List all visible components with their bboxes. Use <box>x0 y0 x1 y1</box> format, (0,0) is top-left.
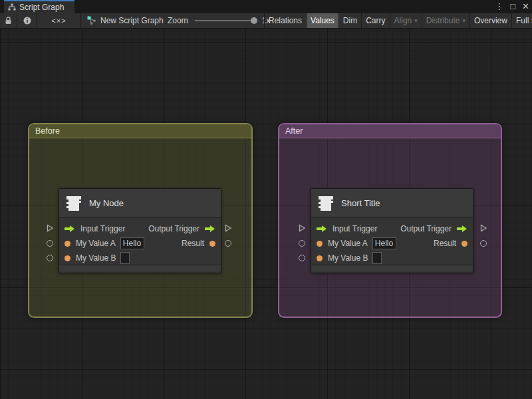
group-before-title: Before <box>35 126 60 136</box>
node-my-node-header[interactable]: My Node <box>59 189 221 218</box>
chevron-down-icon: ▾ <box>414 17 418 24</box>
tab-script-graph[interactable]: Script Graph <box>4 0 74 13</box>
group-after-header[interactable]: After <box>279 124 501 138</box>
flow-output-port-icon[interactable] <box>205 225 215 233</box>
node-title: My Node <box>89 198 124 208</box>
value-output-port-icon[interactable] <box>462 241 467 247</box>
node-my-node[interactable]: My Node Input Trigger Output Trigger <box>59 188 221 273</box>
node-body: Input Trigger Output Trigger My Value A <box>59 218 221 265</box>
graph-node-icon <box>87 16 96 25</box>
port-label: Result <box>434 239 456 248</box>
script-graph-window: Script Graph ⋮ □ ✕ <×> <box>0 0 532 399</box>
external-value-input-icon[interactable] <box>299 240 305 247</box>
unit-icon <box>65 195 82 212</box>
external-value-output-icon[interactable] <box>225 240 231 247</box>
zoom-slider-track <box>195 20 256 21</box>
distribute-button[interactable]: Distribute ▾ <box>422 13 469 28</box>
flow-input-port-icon[interactable] <box>317 225 327 233</box>
overview-label: Overview <box>474 16 507 25</box>
flow-input-port-icon[interactable] <box>65 225 75 233</box>
external-flow-output-icon[interactable] <box>479 224 487 232</box>
my-value-a-field[interactable] <box>120 237 144 249</box>
value-input-port-icon[interactable] <box>317 255 323 261</box>
node-footer <box>59 265 221 271</box>
external-flow-input-icon[interactable] <box>298 224 306 232</box>
port-label: My Value A <box>328 239 368 248</box>
port-label: My Value A <box>76 239 116 248</box>
port-label: Output Trigger <box>148 224 200 233</box>
maximize-button[interactable]: □ <box>510 0 515 13</box>
unit-icon <box>317 195 334 212</box>
zoom-control: Zoom 1x <box>168 13 270 28</box>
dim-button[interactable]: Dim <box>338 13 361 28</box>
zoom-label: Zoom <box>168 16 188 25</box>
node-title: Short Title <box>341 198 380 208</box>
external-value-input-icon[interactable] <box>47 255 53 261</box>
external-flow-input-icon[interactable] <box>46 224 54 232</box>
node-footer <box>311 265 473 271</box>
tab-bar: Script Graph ⋮ □ ✕ <box>0 0 532 13</box>
code-icon: <×> <box>51 17 66 25</box>
info-button[interactable] <box>17 13 37 28</box>
port-label: Output Trigger <box>400 224 452 233</box>
carry-button[interactable]: Carry <box>361 13 389 28</box>
distribute-label: Distribute <box>426 16 460 25</box>
values-button[interactable]: Values <box>306 13 338 28</box>
external-flow-output-icon[interactable] <box>224 224 232 232</box>
toolbar-toggles: Relations Values Dim Carry Align ▾ Distr… <box>264 13 532 28</box>
my-value-b-field[interactable] <box>120 252 130 264</box>
full-screen-button[interactable]: Full Screen <box>511 13 532 28</box>
close-button[interactable]: ✕ <box>522 0 529 13</box>
flow-output-port-icon[interactable] <box>457 225 467 233</box>
window-controls: ⋮ □ ✕ <box>495 0 529 13</box>
external-value-output-icon[interactable] <box>480 240 487 247</box>
overview-button[interactable]: Overview <box>469 13 511 28</box>
external-value-input-icon[interactable] <box>47 240 53 247</box>
window-menu-button[interactable]: ⋮ <box>495 0 503 13</box>
code-view-button[interactable]: <×> <box>37 13 81 28</box>
zoom-slider-knob[interactable] <box>251 17 257 24</box>
group-before-header[interactable]: Before <box>29 124 251 138</box>
port-label: My Value B <box>76 253 116 263</box>
my-value-b-field[interactable] <box>372 252 382 264</box>
port-label: Input Trigger <box>80 224 125 233</box>
tab-title: Script Graph <box>19 3 64 12</box>
value-input-port-icon[interactable] <box>65 255 70 261</box>
port-label: Input Trigger <box>332 224 377 233</box>
align-button[interactable]: Align ▾ <box>390 13 422 28</box>
graph-toolbar: <×> New Script Graph Zoom 1x Relations <box>0 13 532 29</box>
values-label: Values <box>311 16 334 25</box>
hierarchy-icon <box>8 3 16 11</box>
zoom-slider[interactable] <box>195 17 256 25</box>
relations-button[interactable]: Relations <box>264 13 306 28</box>
value-input-port-icon[interactable] <box>65 241 70 247</box>
node-body: Input Trigger Output Trigger My Value A <box>311 218 473 265</box>
external-value-input-icon[interactable] <box>299 255 305 261</box>
port-label: Result <box>182 239 204 248</box>
group-after-title: After <box>285 126 303 136</box>
new-script-graph-button[interactable]: New Script Graph <box>84 13 166 28</box>
chevron-down-icon: ▾ <box>462 17 466 24</box>
info-icon <box>23 17 31 25</box>
node-short-title[interactable]: Short Title Input Trigger Output Trigger <box>311 188 473 273</box>
value-output-port-icon[interactable] <box>209 241 215 247</box>
relations-label: Relations <box>269 16 302 25</box>
my-value-a-field[interactable] <box>372 237 396 249</box>
graph-canvas[interactable]: Before After My Node <box>0 29 532 399</box>
new-script-graph-label: New Script Graph <box>100 16 164 25</box>
dim-label: Dim <box>343 16 357 25</box>
align-label: Align <box>394 16 412 25</box>
port-label: My Value B <box>328 253 368 263</box>
node-short-title-header[interactable]: Short Title <box>311 189 473 218</box>
lock-icon <box>5 17 12 25</box>
value-input-port-icon[interactable] <box>317 241 323 247</box>
carry-label: Carry <box>366 16 385 25</box>
full-screen-label: Full Screen <box>516 16 532 25</box>
lock-button[interactable] <box>0 13 17 28</box>
